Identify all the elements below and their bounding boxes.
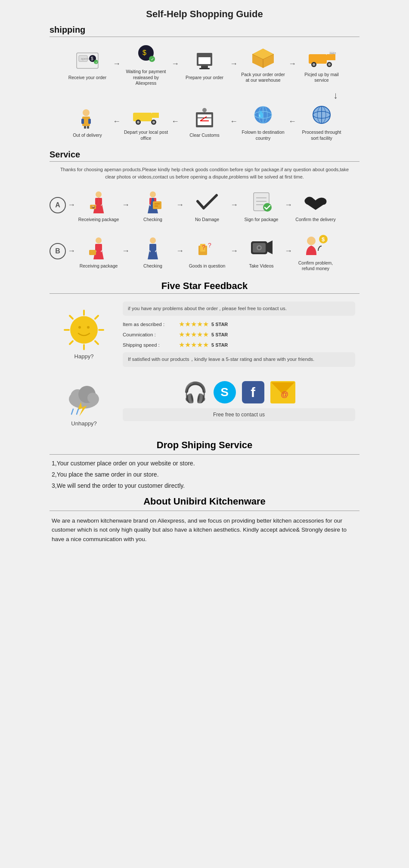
star-row-0: Item as described : ★★★★★ 5 STAR	[123, 320, 355, 328]
feedback-content: Happy? if you have any problems about th…	[50, 297, 359, 371]
flow-item-customs: Clear Customs	[181, 105, 228, 139]
flow-label-depart: Depart your local post office	[122, 129, 170, 141]
arrow-b3: →	[230, 246, 238, 255]
flow-item-pickup: FAST Picjed up by mail service	[298, 44, 345, 83]
svg-rect-12	[198, 57, 211, 64]
arrow-2: →	[171, 59, 179, 68]
happy-group: Happy?	[54, 308, 114, 360]
stars-0: ★★★★★	[179, 320, 209, 328]
flow-label-pickup: Picjed up by mail service	[298, 72, 345, 83]
service-icon-b-refund: $	[302, 231, 330, 259]
svg-text:FAST: FAST	[330, 52, 336, 55]
arrow-6: ←	[171, 117, 179, 126]
star-row-2: Shipping speed : ★★★★★ 5 STAR	[123, 341, 355, 349]
svg-rect-62	[153, 201, 161, 209]
svg-point-56	[96, 191, 102, 197]
arrow-a2: →	[176, 200, 184, 209]
svg-text:?: ?	[202, 244, 205, 251]
label-a-confirm: Confirm the delivery	[295, 217, 335, 223]
service-row-b: B → Receiving package →	[50, 231, 359, 272]
svg-point-84	[307, 237, 316, 245]
unhappy-label: Unhappy?	[71, 420, 96, 427]
arrow-b1: →	[122, 246, 130, 255]
label-a-sign: Sign for package	[245, 217, 279, 223]
drop-divider	[50, 454, 359, 455]
flow-label-sort: Processed throught sort facility	[298, 129, 345, 141]
service-item-b-question: ? ? Goods in question	[186, 234, 229, 269]
svg-text:📦: 📦	[91, 205, 95, 209]
outdelivery-icon	[72, 105, 102, 131]
arrow-a3: →	[230, 200, 238, 209]
unhappy-group: Unhappy?	[54, 376, 114, 427]
flow-label-customs: Clear Customs	[189, 132, 219, 139]
about-title: About Unibird Kitchenware	[50, 496, 359, 507]
drop-title: Drop Shiping Service	[50, 440, 359, 451]
arrow-b4: →	[285, 246, 292, 255]
skype-icon: S	[214, 381, 236, 403]
about-section: About Unibird Kitchenware We are a newbo…	[50, 496, 359, 544]
service-item-b-receive: Receiving package	[77, 234, 120, 269]
receive-icon: apeman $ ✓	[72, 47, 102, 73]
svg-marker-21	[327, 54, 335, 60]
svg-line-95	[70, 341, 73, 344]
email-icon: @	[270, 381, 295, 403]
svg-text:?: ?	[208, 242, 211, 249]
flow-label-receive: Receive your order	[68, 75, 107, 81]
svg-point-43	[202, 108, 207, 112]
happy-sun-icon	[60, 308, 108, 353]
svg-marker-81	[267, 240, 273, 254]
svg-rect-20	[309, 54, 327, 64]
service-section: Service Thanks for choosing apeman produ…	[50, 150, 359, 272]
flow-item-sort: Processed throught sort facility	[298, 102, 345, 141]
rating-label-0: Item as described :	[123, 322, 179, 327]
svg-rect-30	[81, 119, 84, 124]
arrow-3: →	[230, 59, 238, 68]
svg-point-83	[258, 246, 260, 249]
shipping-header: shipping	[50, 25, 359, 37]
flow-label-outdelivery: Out of delivery	[73, 132, 102, 139]
svg-text:💧: 💧	[257, 110, 265, 118]
customs-icon	[189, 105, 220, 131]
shipping-section: shipping apeman $ ✓ Receive your order	[50, 25, 359, 141]
pack-icon	[248, 44, 278, 70]
about-text: We are a newborn kitchenware brand on Al…	[50, 516, 359, 544]
svg-point-39	[152, 121, 155, 123]
label-b: B	[50, 243, 66, 259]
feedback-section: Five Star Feedback	[50, 280, 359, 431]
pickup-icon: FAST	[307, 44, 337, 70]
service-item-a-confirm: Confirm the delivery	[294, 187, 337, 223]
svg-line-103	[71, 409, 73, 414]
sort-icon	[307, 102, 337, 128]
arrow-a4: →	[285, 200, 292, 209]
page: Self-Help Shopping Guide shipping apeman…	[43, 0, 366, 557]
arrow-a0: →	[68, 200, 75, 209]
drop-item-3: 3,We will send the order to your custome…	[50, 482, 359, 489]
star-count-1: 5 STAR	[211, 332, 228, 337]
arrow-7: ←	[230, 117, 238, 126]
service-icon-a-check	[139, 187, 167, 215]
star-row-1: Coumnication : ★★★★★ 5 STAR	[123, 330, 355, 339]
service-note: Thanks for choosing apeman products.Plea…	[50, 166, 359, 180]
svg-point-60	[150, 191, 156, 197]
contact-icons-row: 🎧 S f @	[123, 381, 355, 404]
feedback-title: Five Star Feedback	[50, 280, 359, 294]
flow-label-pack: Pack your order order at our warehouse	[239, 72, 287, 83]
svg-point-70	[96, 237, 102, 243]
stars-1: ★★★★★	[179, 330, 209, 339]
about-divider	[50, 511, 359, 511]
flow-label-destination: Folown to destination country	[239, 129, 287, 141]
prepare-icon	[189, 47, 220, 73]
svg-text:$: $	[143, 49, 146, 56]
label-a-check: Checking	[143, 217, 162, 223]
shipping-row-1: apeman $ ✓ Receive your order → $	[50, 41, 359, 86]
service-icon-a-receive: 📦	[85, 187, 113, 215]
headset-icon: 🎧	[183, 381, 208, 404]
arrow-8: ←	[288, 117, 296, 126]
arrow-b2: →	[176, 246, 184, 255]
svg-rect-14	[199, 68, 210, 69]
svg-text:✓: ✓	[95, 61, 98, 65]
svg-rect-34	[133, 113, 152, 121]
svg-point-101	[87, 393, 98, 403]
contact-bubble: if you have any problems about the order…	[123, 302, 355, 316]
svg-point-97	[87, 326, 90, 329]
